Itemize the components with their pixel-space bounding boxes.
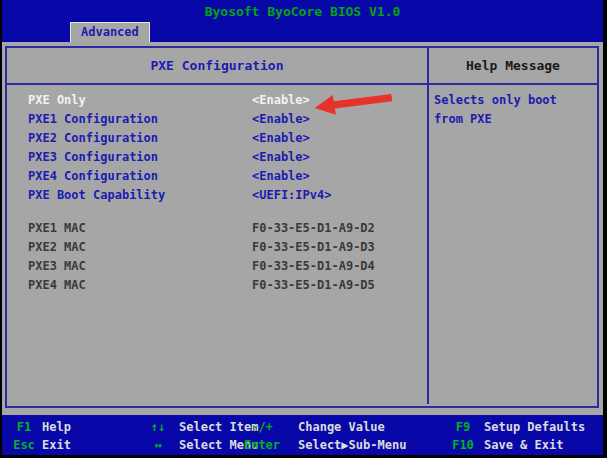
- option-label: PXE3 Configuration: [28, 150, 158, 164]
- info-label: PXE3 MAC: [28, 259, 86, 273]
- key-f9: F9: [448, 418, 478, 436]
- key-enter: Enter: [242, 436, 282, 454]
- info-label: PXE2 MAC: [28, 240, 86, 254]
- hint-label: Setup Defaults: [484, 420, 585, 434]
- option-row-pxe1-configuration[interactable]: PXE1 Configuration <Enable>: [7, 110, 427, 129]
- option-value: <Enable>: [252, 110, 310, 129]
- option-label: PXE2 Configuration: [28, 131, 158, 145]
- option-value: <Enable>: [252, 167, 310, 186]
- key-minus-plus: -/+: [242, 418, 282, 436]
- hint-setup-defaults: F9Setup Defaults: [448, 418, 585, 436]
- option-row-pxe3-configuration[interactable]: PXE3 Configuration <Enable>: [7, 148, 427, 167]
- hint-exit: EscExit: [10, 436, 71, 454]
- tab-advanced[interactable]: Advanced: [70, 22, 150, 42]
- hint-help: F1Help: [10, 418, 71, 436]
- info-label: PXE4 MAC: [28, 278, 86, 292]
- info-row-pxe2-mac: PXE2 MAC F0-33-E5-D1-A9-D3: [7, 238, 427, 257]
- hint-label: Help: [42, 420, 71, 434]
- option-label: PXE Boot Capability: [28, 188, 165, 202]
- key-up-down-arrows-icon: ↑↓: [143, 418, 173, 436]
- hint-label: Change Value: [298, 420, 385, 434]
- help-pane: Selects only boot from PXE: [429, 85, 597, 404]
- hint-label: Select▶Sub-Menu: [298, 438, 406, 452]
- main-panel: PXE Configuration Help Message PXE Only …: [5, 46, 599, 408]
- options-pane: PXE Only <Enable> PXE1 Configuration <En…: [7, 85, 429, 404]
- info-value: F0-33-E5-D1-A9-D2: [252, 219, 375, 238]
- bios-inner-area: Byosoft ByoCore BIOS V1.0 Advanced PXE C…: [2, 0, 603, 455]
- mac-address-list: PXE1 MAC F0-33-E5-D1-A9-D2 PXE2 MAC F0-3…: [7, 219, 427, 295]
- hint-label: Save & Exit: [484, 438, 563, 452]
- key-left-right-arrows-icon: ↔: [143, 436, 173, 454]
- option-value: <Enable>: [252, 129, 310, 148]
- option-row-pxe4-configuration[interactable]: PXE4 Configuration <Enable>: [7, 167, 427, 186]
- option-label: PXE1 Configuration: [28, 112, 158, 126]
- key-esc: Esc: [10, 436, 38, 454]
- info-value: F0-33-E5-D1-A9-D4: [252, 257, 375, 276]
- option-value: <Enable>: [252, 148, 310, 167]
- panel-header-row: PXE Configuration Help Message: [7, 48, 597, 85]
- info-row-pxe1-mac: PXE1 MAC F0-33-E5-D1-A9-D2: [7, 219, 427, 238]
- info-row-pxe3-mac: PXE3 MAC F0-33-E5-D1-A9-D4: [7, 257, 427, 276]
- key-f10: F10: [448, 436, 478, 454]
- bios-title: Byosoft ByoCore BIOS V1.0: [2, 4, 603, 19]
- option-label: PXE Only: [28, 93, 86, 107]
- option-row-pxe-boot-capability[interactable]: PXE Boot Capability <UEFI:IPv4>: [7, 186, 427, 205]
- help-message-text: Selects only boot from PXE: [434, 91, 574, 129]
- option-value: <UEFI:IPv4>: [252, 186, 331, 205]
- top-banner: Byosoft ByoCore BIOS V1.0 Advanced: [2, 0, 603, 42]
- key-hint-bar: F1Help ↑↓Select Item -/+Change Value F9S…: [2, 415, 603, 455]
- help-header: Help Message: [429, 48, 597, 83]
- option-value: <Enable>: [252, 91, 310, 110]
- key-f1: F1: [10, 418, 38, 436]
- option-row-pxe2-configuration[interactable]: PXE2 Configuration <Enable>: [7, 129, 427, 148]
- section-title: PXE Configuration: [7, 48, 429, 83]
- hint-label: Exit: [42, 438, 71, 452]
- hint-select-submenu: EnterSelect▶Sub-Menu: [242, 436, 406, 454]
- bios-setup-screen: Byosoft ByoCore BIOS V1.0 Advanced PXE C…: [0, 0, 607, 458]
- hint-change-value: -/+Change Value: [242, 418, 385, 436]
- option-label: PXE4 Configuration: [28, 169, 158, 183]
- panel-body-row: PXE Only <Enable> PXE1 Configuration <En…: [7, 85, 597, 404]
- info-label: PXE1 MAC: [28, 221, 86, 235]
- info-value: F0-33-E5-D1-A9-D3: [252, 238, 375, 257]
- info-value: F0-33-E5-D1-A9-D5: [252, 276, 375, 295]
- hint-save-exit: F10Save & Exit: [448, 436, 563, 454]
- info-row-pxe4-mac: PXE4 MAC F0-33-E5-D1-A9-D5: [7, 276, 427, 295]
